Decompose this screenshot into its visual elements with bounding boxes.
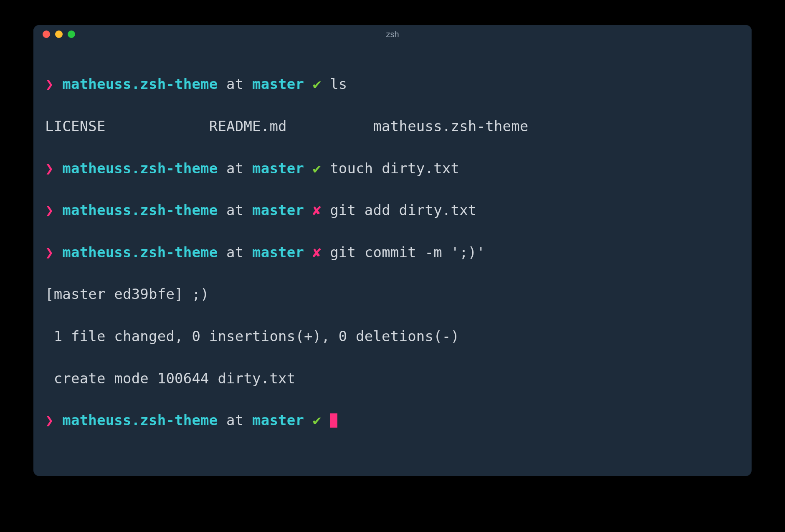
- close-icon[interactable]: [43, 30, 50, 38]
- chevron-icon: ❯: [45, 76, 54, 92]
- prompt-line: ❯ matheuss.zsh-theme at master ✘ git com…: [45, 242, 740, 263]
- chevron-icon: ❯: [45, 160, 54, 177]
- maximize-icon[interactable]: [68, 30, 75, 38]
- prompt-at: at: [226, 244, 243, 261]
- prompt-dir: matheuss.zsh-theme: [62, 412, 218, 428]
- command-text: git add dirty.txt: [330, 202, 476, 218]
- cross-icon: ✘: [313, 244, 322, 261]
- prompt-branch: master: [252, 202, 304, 218]
- window-title: zsh: [33, 30, 752, 39]
- chevron-icon: ❯: [45, 412, 54, 428]
- prompt-branch: master: [252, 160, 304, 177]
- prompt-line: ❯ matheuss.zsh-theme at master ✔: [45, 410, 740, 431]
- titlebar: zsh: [33, 25, 752, 43]
- checkmark-icon: ✔: [313, 160, 322, 177]
- output-line: 1 file changed, 0 insertions(+), 0 delet…: [45, 326, 740, 347]
- prompt-dir: matheuss.zsh-theme: [62, 160, 218, 177]
- prompt-branch: master: [252, 412, 304, 428]
- checkmark-icon: ✔: [313, 76, 322, 92]
- terminal-window: zsh ❯ matheuss.zsh-theme at master ✔ ls …: [33, 25, 752, 476]
- minimize-icon[interactable]: [55, 30, 63, 38]
- prompt-at: at: [226, 202, 243, 218]
- prompt-line: ❯ matheuss.zsh-theme at master ✘ git add…: [45, 200, 740, 220]
- prompt-at: at: [226, 412, 243, 428]
- chevron-icon: ❯: [45, 202, 54, 218]
- cross-icon: ✘: [313, 202, 322, 218]
- output-line: create mode 100644 dirty.txt: [45, 368, 740, 389]
- prompt-dir: matheuss.zsh-theme: [62, 76, 218, 92]
- command-text: ls: [330, 76, 347, 92]
- cursor: [330, 413, 337, 428]
- prompt-at: at: [226, 160, 243, 177]
- prompt-branch: master: [252, 244, 304, 261]
- prompt-line: ❯ matheuss.zsh-theme at master ✔ touch d…: [45, 158, 740, 179]
- prompt-at: at: [226, 76, 243, 92]
- output-line: [master ed39bfe] ;): [45, 284, 740, 304]
- output-line: LICENSE README.md matheuss.zsh-theme: [45, 116, 740, 137]
- prompt-dir: matheuss.zsh-theme: [62, 202, 218, 218]
- traffic-lights: [33, 30, 75, 38]
- prompt-dir: matheuss.zsh-theme: [62, 244, 218, 261]
- prompt-line: ❯ matheuss.zsh-theme at master ✔ ls: [45, 73, 740, 94]
- prompt-branch: master: [252, 76, 304, 92]
- command-text: git commit -m ';)': [330, 244, 485, 261]
- checkmark-icon: ✔: [313, 412, 322, 428]
- chevron-icon: ❯: [45, 244, 54, 261]
- terminal-body[interactable]: ❯ matheuss.zsh-theme at master ✔ ls LICE…: [33, 43, 752, 476]
- command-text: touch dirty.txt: [330, 160, 459, 177]
